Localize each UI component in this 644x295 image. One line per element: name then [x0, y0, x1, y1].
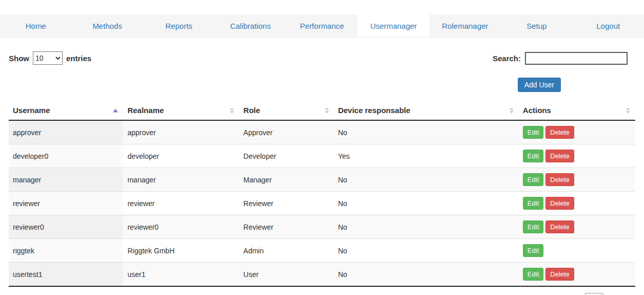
sort-both-icon [230, 107, 234, 114]
page-1-button[interactable]: 1 [585, 293, 603, 295]
username-cell: manager [9, 168, 123, 192]
column-label: Device responsable [338, 106, 411, 115]
username-cell: riggtek [9, 239, 123, 263]
column-label: Role [243, 106, 260, 115]
users-table: UsernameRealnameRoleDevice responsableAc… [9, 101, 635, 287]
column-label: Realname [127, 106, 164, 115]
edit-button[interactable]: Edit [523, 150, 543, 162]
column-header-actions[interactable]: Actions [519, 101, 635, 120]
table-row-manager: managermanagerManagerNoEditDelete [9, 168, 635, 192]
realname-cell: Riggtek GmbH [123, 239, 239, 263]
username-cell: reviewer0 [9, 215, 123, 239]
column-header-role[interactable]: Role [239, 101, 334, 120]
entries-label: entries [66, 54, 91, 63]
edit-button[interactable]: Edit [523, 197, 543, 210]
role-cell: Manager [239, 168, 334, 192]
realname-cell: developer [123, 144, 239, 168]
actions-cell: EditDelete [519, 144, 635, 168]
sort-up-arrow [113, 108, 118, 112]
table-row-usertest1: usertest1user1UserNoEditDelete [9, 263, 635, 287]
role-cell: Reviewer [239, 215, 334, 239]
column-header-username[interactable]: Username [9, 101, 123, 120]
role-cell: Approver [239, 120, 334, 144]
nav-tab-reports[interactable]: Reports [143, 14, 214, 37]
sort-down-arrow [230, 111, 234, 114]
delete-button[interactable]: Delete [545, 173, 574, 186]
sort-up-arrow [325, 107, 329, 110]
role-cell: Reviewer [239, 192, 334, 215]
table-footer: Showing 1 to 7 of 7 entries Previous 1 N… [9, 293, 635, 295]
delete-button[interactable]: Delete [545, 268, 574, 281]
sort-both-icon [626, 107, 630, 114]
role-cell: Admin [239, 239, 334, 263]
table-toolbar: Show 10 entries Search: [9, 51, 635, 65]
device-responsable-cell: No [334, 239, 519, 263]
nav-tab-methods[interactable]: Methods [71, 14, 143, 37]
header-row: UsernameRealnameRoleDevice responsableAc… [9, 101, 635, 120]
search-input[interactable] [525, 52, 628, 65]
username-cell: reviewer [9, 192, 123, 215]
main-nav: HomeMethodsReportsCalibrationsPerformanc… [0, 14, 644, 38]
realname-cell: reviewer [123, 192, 239, 215]
search-control: Search: [493, 52, 628, 65]
delete-button[interactable]: Delete [545, 150, 574, 162]
device-responsable-cell: No [334, 215, 519, 239]
sort-up-arrow [510, 107, 514, 110]
sort-down-arrow [510, 111, 514, 114]
realname-cell: manager [123, 168, 239, 192]
delete-button[interactable]: Delete [545, 126, 574, 139]
column-header-realname[interactable]: Realname [123, 101, 239, 120]
table-row-approver: approverapproverApproverNoEditDelete [9, 120, 635, 144]
edit-button[interactable]: Edit [523, 126, 543, 139]
sort-both-icon [510, 107, 514, 114]
device-responsable-cell: No [334, 263, 519, 287]
edit-button[interactable]: Edit [523, 220, 543, 233]
page-length-select[interactable]: 10 [33, 51, 63, 65]
sort-down-arrow [325, 111, 329, 114]
actions-cell: EditDelete [519, 192, 635, 215]
actions-cell: EditDelete [519, 168, 635, 192]
nav-tab-rolemanager[interactable]: Rolemanager [430, 14, 501, 37]
username-cell: approver [9, 120, 123, 144]
pagination: Previous 1 Next [540, 293, 635, 295]
edit-button[interactable]: Edit [523, 173, 543, 186]
realname-cell: user1 [123, 263, 239, 287]
table-row-riggtek: riggtekRiggtek GmbHAdminNoEdit [9, 239, 635, 263]
content-area: Show 10 entries Search: Add User Usernam… [0, 51, 644, 295]
delete-button[interactable]: Delete [545, 197, 574, 210]
sort-up-arrow [626, 107, 630, 110]
actions-cell: EditDelete [519, 263, 635, 287]
actions-cell: Edit [519, 239, 635, 263]
nav-tab-performance[interactable]: Performance [286, 14, 358, 37]
device-responsable-cell: No [334, 192, 519, 215]
username-cell: usertest1 [9, 263, 123, 287]
nav-tab-home[interactable]: Home [0, 14, 71, 37]
realname-cell: reviewer0 [123, 215, 239, 239]
column-label: Actions [523, 106, 551, 115]
nav-tab-usermanager[interactable]: Usermanager [358, 14, 429, 37]
realname-cell: approver [123, 120, 239, 144]
sort-down-arrow [626, 111, 630, 114]
nav-tab-setup[interactable]: Setup [501, 14, 572, 37]
actions-cell: EditDelete [519, 215, 635, 239]
sort-both-icon [325, 107, 329, 114]
add-user-row: Add User [9, 78, 635, 92]
device-responsable-cell: No [334, 120, 519, 144]
table-row-reviewer0: reviewer0reviewer0ReviewerNoEditDelete [9, 215, 635, 239]
table-row-developer0: developer0developerDeveloperYesEditDelet… [9, 144, 635, 168]
table-header: UsernameRealnameRoleDevice responsableAc… [9, 101, 635, 120]
table-row-reviewer: reviewerreviewerReviewerNoEditDelete [9, 192, 635, 215]
role-cell: Developer [239, 144, 334, 168]
column-header-device-responsable[interactable]: Device responsable [334, 101, 519, 120]
device-responsable-cell: Yes [334, 144, 519, 168]
sort-up-arrow [230, 107, 234, 110]
role-cell: User [239, 263, 334, 287]
add-user-button[interactable]: Add User [518, 78, 561, 92]
search-label: Search: [493, 54, 521, 63]
show-entries-control: Show 10 entries [9, 51, 91, 65]
edit-button[interactable]: Edit [523, 244, 543, 257]
delete-button[interactable]: Delete [545, 220, 574, 233]
edit-button[interactable]: Edit [523, 268, 543, 281]
nav-tab-calibrations[interactable]: Calibrations [214, 14, 286, 37]
nav-tab-logout[interactable]: Logout [573, 14, 644, 37]
